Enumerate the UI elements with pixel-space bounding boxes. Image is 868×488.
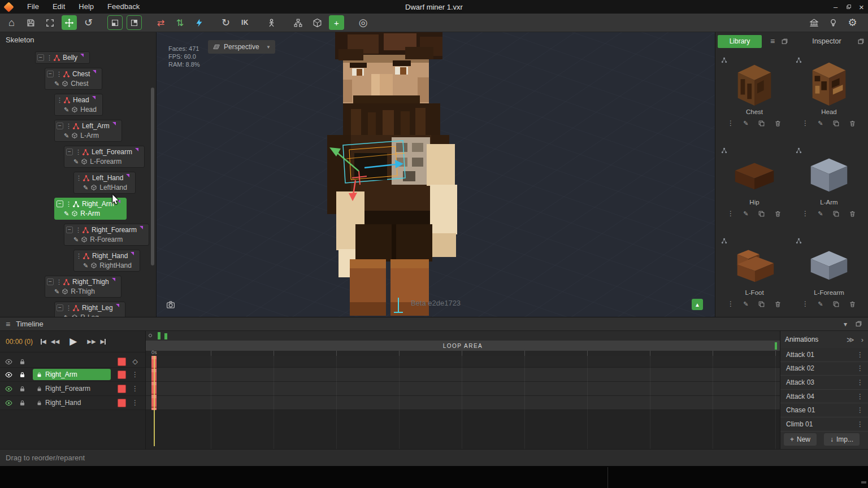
trash-icon[interactable] [774,210,782,217]
skeleton-node-left-hand[interactable]: ⋮ Left_Hand ✎ LeftHand [73,172,156,194]
kebab-icon[interactable]: ⋮ [66,201,70,208]
track-chip[interactable]: Right_Forearm [33,383,111,394]
skeleton-node-left-arm[interactable]: − ⋮ Left_Arm ✎ L-Arm [54,120,156,142]
tab-inspector[interactable]: Inspector [812,37,841,45]
collapse-toggle[interactable]: − [47,71,54,77]
minimize-button[interactable]: – [829,0,842,14]
settings-button[interactable]: ⚙ [845,15,860,30]
duplicate-icon[interactable] [832,300,840,308]
track-chip[interactable]: Right_Arm [33,369,111,380]
scrollbar-thumb[interactable] [151,88,154,265]
move-tool-button[interactable] [62,15,77,30]
duplicate-icon[interactable] [832,210,840,217]
eye-icon[interactable] [5,358,13,366]
add-keyframe-button[interactable]: + [329,15,344,30]
kebab-icon[interactable]: ⋮ [66,304,70,312]
timeline-track-right-forearm[interactable]: Right_Forearm ⋮ [0,382,145,396]
double-chevron-icon[interactable]: ≫ [847,336,854,344]
kebab-icon[interactable]: ⋮ [131,385,140,393]
pivot-corner-button[interactable] [107,15,123,30]
edit-pencil-icon[interactable]: ✎ [83,184,88,191]
duplicate-icon[interactable] [758,300,765,308]
track-chip[interactable]: Right_Hand [33,397,111,408]
rotate-tool-button[interactable]: ↺ [81,15,96,30]
track-color-swatch[interactable] [118,399,126,407]
lock-icon[interactable] [19,385,26,393]
kebab-icon[interactable]: ⋮ [131,371,140,378]
edit-pencil-icon[interactable]: ✎ [64,132,69,140]
kebab-icon[interactable]: ⋮ [56,71,60,78]
trash-icon[interactable] [774,120,782,127]
viewport-3d[interactable]: Faces: 471 FPS: 60.0 RAM: 8.8% Perspecti… [157,32,715,317]
quick-pose-button[interactable] [192,15,207,30]
edit-pencil-icon[interactable]: ✎ [54,80,59,88]
mirror-button[interactable]: ⇄ [153,15,168,30]
trash-icon[interactable] [849,210,856,217]
sync-button[interactable]: ↻ [218,15,233,30]
edit-pencil-icon[interactable]: ✎ [54,288,59,295]
timeline-ruler[interactable]: 0s [146,351,780,356]
animation-attack-03[interactable]: Attack 03⋮ [780,376,868,390]
library-item-chest[interactable]: Chest ⋮ ✎ [718,54,791,143]
timeline-lanes-area[interactable]: LOOP AREA 0s [146,331,780,449]
ground-snap-button[interactable]: ▲ [692,299,703,310]
library-item-l-arm[interactable]: L-Arm ⋮ ✎ [792,144,866,233]
kebab-icon[interactable]: ⋮ [56,278,60,286]
frame-back-button[interactable]: ◀◀ [49,338,62,345]
focus-target-button[interactable]: ◎ [355,15,371,30]
animation-attack-01[interactable]: Attack 01⋮ [780,348,868,362]
kebab-icon[interactable]: ⋮ [856,378,865,386]
loop-toggle-icon[interactable] [149,334,152,337]
collapse-toggle[interactable]: − [66,226,73,233]
collapse-toggle[interactable]: − [47,278,54,285]
skip-start-button[interactable]: ◀ [38,338,49,345]
duplicate-icon[interactable] [832,120,840,127]
track-color-swatch[interactable] [118,385,126,393]
armature-button[interactable] [264,15,279,30]
kebab-icon[interactable]: ⋮ [727,300,734,308]
skeleton-node-right-arm-selected[interactable]: − ⋮ Right_Arm ✎ R-Arm [54,198,156,220]
collapse-toggle[interactable]: − [66,149,73,155]
kebab-icon[interactable]: ⋮ [802,210,809,217]
hamburger-icon[interactable]: ≡ [6,320,10,329]
edit-pencil-icon[interactable]: ✎ [73,158,79,165]
panel-popout-icon[interactable] [855,320,862,328]
lock-icon[interactable] [19,358,26,365]
eye-icon[interactable] [5,371,13,379]
skeleton-node-right-hand[interactable]: ⋮ Right_Hand ✎ RightHand [73,250,156,272]
animation-chase-01[interactable]: Chase 01⋮ [780,403,868,417]
library-item-l-forearm[interactable]: L-Forearm ⋮ ✎ [792,234,866,317]
kebab-icon[interactable]: ⋮ [856,420,865,428]
right-forearm-lane[interactable] [146,382,780,396]
panel-popout-icon[interactable] [781,38,788,45]
duplicate-icon[interactable] [758,120,765,127]
keyframe-diamond-icon[interactable]: ◇ [131,358,140,365]
animation-attack-02[interactable]: Attack 02⋮ [780,362,868,376]
skeleton-node-left-forearm[interactable]: − ⋮ Left_Forearm ✎ L-Forearm [64,146,156,168]
animation-attack-04[interactable]: Attack 04⋮ [780,390,868,404]
edit-pencil-icon[interactable]: ✎ [73,236,79,243]
kebab-icon[interactable]: ⋮ [856,406,865,414]
edit-pencil-icon[interactable]: ✎ [818,300,823,308]
right-arm-lane[interactable] [146,368,780,382]
menu-help[interactable]: Help [72,0,101,14]
edit-pencil-icon[interactable]: ✎ [818,210,823,217]
edit-pencil-icon[interactable]: ✎ [83,262,88,269]
kebab-icon[interactable]: ⋮ [727,119,734,127]
kebab-icon[interactable]: ⋮ [57,97,61,104]
eye-icon[interactable] [5,399,13,407]
edit-pencil-icon[interactable]: ✎ [743,300,748,308]
kebab-icon[interactable]: ⋮ [76,175,80,182]
track-color-swatch[interactable] [118,358,126,366]
collapse-toggle[interactable]: − [37,54,44,61]
timeline-track-right-hand[interactable]: Right_Hand ⋮ [0,396,145,410]
frame-forward-button[interactable]: ▶▶ [85,338,98,345]
swap-axes-button[interactable]: ⇅ [172,15,188,30]
home-button[interactable]: ⌂ [4,15,19,30]
trash-icon[interactable] [849,300,856,308]
menu-edit[interactable]: Edit [46,0,72,14]
tab-library[interactable]: Library [718,35,762,48]
timeline-track-right-arm[interactable]: Right_Arm ⋮ [0,368,145,382]
right-hand-lane[interactable] [146,396,780,410]
pivot-center-button[interactable] [127,15,142,30]
